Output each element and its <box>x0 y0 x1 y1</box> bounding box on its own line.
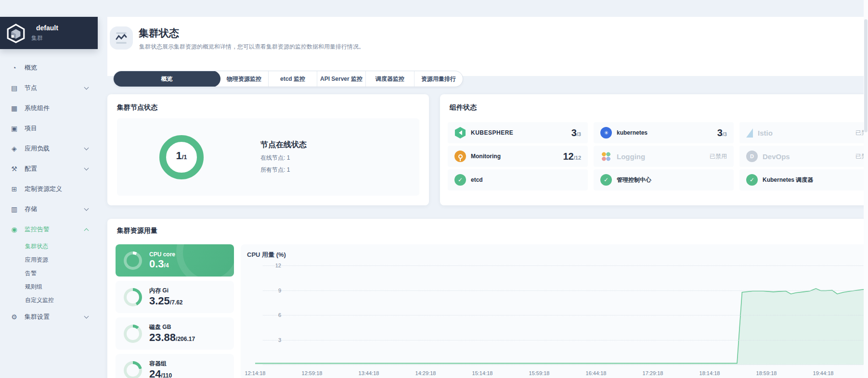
component-etcd[interactable]: ✓ etcd <box>448 169 588 190</box>
component-istio[interactable]: Istio 已禁用 <box>739 122 868 143</box>
scrollbar-thumb[interactable] <box>864 19 868 132</box>
sidebar-item-workloads[interactable]: ◈应用负载 <box>0 139 98 159</box>
monitoring-tabbar: 概览 物理资源监控 etcd 监控 API Server 监控 调度器监控 资源… <box>113 71 463 87</box>
y-axis-tick: 12 <box>263 263 281 268</box>
x-axis-tick: 18:14:18 <box>689 370 730 376</box>
component-logging[interactable]: Logging 已禁用 <box>594 146 734 167</box>
logging-flower-icon <box>600 151 612 162</box>
monitoring-icon: ◉ <box>10 226 18 233</box>
x-axis-tick: 14:29:18 <box>405 370 446 376</box>
gear-icon: ⚙ <box>10 313 18 321</box>
check-circle-icon: ✓ <box>600 174 612 186</box>
page-description: 集群状态展示集群资源的概览和详情，您可以查看集群资源的监控数据和用量排行情况。 <box>139 43 364 51</box>
sidebar-subitem-alerts[interactable]: 告警 <box>0 266 98 280</box>
x-axis-tick: 16:44:18 <box>576 370 616 376</box>
sidebar-item-storage[interactable]: ▥存储 <box>0 199 98 219</box>
component-devops[interactable]: D DevOps 已禁用 <box>739 146 868 167</box>
chevron-down-icon <box>84 314 89 319</box>
monitoring-service-icon <box>454 151 466 162</box>
page-title: 集群状态 <box>139 26 179 40</box>
istio-sail-icon <box>746 128 753 138</box>
gridline: 3 <box>263 340 863 340</box>
chevron-up-icon <box>84 228 89 233</box>
project-icon: ▣ <box>10 125 18 132</box>
node-donut-chart: 1/1 <box>159 135 204 179</box>
scrollbar-track[interactable] <box>864 0 868 378</box>
x-axis-tick: 19:44:18 <box>803 370 843 376</box>
cpu-chart-panel: CPU 用量 (%) 1296312:14:1812:59:1813:44:18… <box>241 244 868 378</box>
x-axis-tick: 15:59:18 <box>519 370 559 376</box>
component-monitoring[interactable]: Monitoring 12/12 <box>448 146 588 167</box>
cluster-selector[interactable]: default 集群 <box>0 17 98 49</box>
sidebar-item-configuration[interactable]: ⚒配置 <box>0 159 98 179</box>
metric-tile-memory[interactable]: 内存 Gi 3.25/7.62 <box>116 281 234 313</box>
y-axis-tick: 3 <box>263 337 281 343</box>
sidebar-item-cluster-settings[interactable]: ⚙集群设置 <box>0 307 98 327</box>
sidebar-item-system-components[interactable]: ▦系统组件 <box>0 98 98 118</box>
component-kube-scheduler[interactable]: ✓ Kubernetes 调度器 <box>739 169 868 190</box>
sidebar-subitem-application-resources[interactable]: 应用资源 <box>0 253 98 266</box>
sidebar-item-crd[interactable]: ⊞定制资源定义 <box>0 179 98 199</box>
node-online-status-title: 节点在线状态 <box>260 140 307 150</box>
gridline: 9 <box>263 290 863 291</box>
resource-metric-tiles: CPU core 0.3/4 内存 Gi 3.25/7.62 磁盘 GB 23.… <box>116 244 234 378</box>
node-online-panel: 1/1 节点在线状态 在线节点: 1 所有节点: 1 <box>117 118 419 196</box>
cluster-hexagon-logo-icon <box>6 23 26 43</box>
sidebar-subitem-custom-monitoring[interactable]: 自定义监控 <box>0 293 98 307</box>
component-kubesphere[interactable]: KUBESPHERE 3/3 <box>448 122 588 143</box>
chevron-down-icon <box>84 166 89 171</box>
pods-usage-ring <box>124 361 142 378</box>
tab-overview[interactable]: 概览 <box>113 71 220 87</box>
workload-icon: ◈ <box>10 145 18 152</box>
node-card-title: 集群节点状态 <box>107 94 429 112</box>
all-nodes-label: 所有节点: 1 <box>260 166 307 174</box>
tab-etcd[interactable]: etcd 监控 <box>268 71 317 87</box>
sidebar-item-projects[interactable]: ▣项目 <box>0 118 98 139</box>
hammer-icon: ⚒ <box>10 165 18 173</box>
gauge-icon: ◔ <box>10 64 18 72</box>
gridline: 12 <box>263 265 863 266</box>
component-control-center[interactable]: ✓ 管理控制中心 <box>594 169 734 190</box>
chevron-down-icon <box>84 206 89 211</box>
metric-tile-disk[interactable]: 磁盘 GB 23.88/206.17 <box>116 317 234 350</box>
cpu-usage-area-chart <box>255 244 868 369</box>
components-status-card: 组件状态 KUBESPHERE 3/3 ✳ kubernetes 3/3 Ist… <box>440 94 868 205</box>
disk-usage-ring <box>124 325 142 343</box>
sidebar-item-overview[interactable]: ◔概览 <box>0 58 98 78</box>
sidebar-item-monitoring-alerting[interactable]: ◉监控告警 <box>0 219 98 239</box>
components-icon: ▦ <box>10 104 18 112</box>
devops-jenkins-icon: D <box>746 151 758 162</box>
pulse-chart-icon <box>115 31 128 45</box>
memory-usage-ring <box>124 288 142 306</box>
y-axis-tick: 6 <box>263 312 281 318</box>
cluster-resource-usage-card: 集群资源用量 CPU core 0.3/4 内存 Gi 3.25/7.62 磁盘… <box>107 219 868 378</box>
x-axis-tick: 15:14:18 <box>462 370 503 376</box>
chevron-down-icon <box>84 146 89 151</box>
resource-section-title: 集群资源用量 <box>107 219 868 235</box>
tab-physical-resources[interactable]: 物理资源监控 <box>220 71 268 87</box>
tab-resource-ranking[interactable]: 资源用量排行 <box>414 71 463 87</box>
chevron-down-icon <box>84 85 89 90</box>
cpu-usage-ring <box>124 252 142 270</box>
online-nodes-label: 在线节点: 1 <box>260 154 307 162</box>
gridline <box>263 365 863 365</box>
metric-tile-cpu[interactable]: CPU core 0.3/4 <box>116 244 234 277</box>
component-kubernetes[interactable]: ✳ kubernetes 3/3 <box>594 122 734 143</box>
cluster-type-label: 集群 <box>31 34 58 42</box>
sidebar-menu: ◔概览 ▤节点 ▦系统组件 ▣项目 ◈应用负载 ⚒配置 ⊞定制资源定义 ▥存储 … <box>0 58 98 327</box>
sidebar-subitem-cluster-status[interactable]: 集群状态 <box>0 239 98 253</box>
tab-scheduler[interactable]: 调度器监控 <box>365 71 414 87</box>
metric-tile-pods[interactable]: 容器组 24/110 <box>116 354 234 378</box>
gridline: 6 <box>263 315 863 315</box>
sidebar-subitem-rule-groups[interactable]: 规则组 <box>0 280 98 293</box>
tab-api-server[interactable]: API Server 监控 <box>317 71 365 87</box>
x-axis-tick: 12:14:18 <box>235 370 275 376</box>
sidebar-item-nodes[interactable]: ▤节点 <box>0 78 98 98</box>
kubesphere-logo-icon <box>454 127 466 139</box>
disabled-badge: 已禁用 <box>710 152 727 161</box>
kubernetes-wheel-icon: ✳ <box>600 127 612 139</box>
nodes-icon: ▤ <box>10 84 18 92</box>
x-axis-tick: 18:59:18 <box>746 370 787 376</box>
y-axis-tick: 9 <box>263 288 281 293</box>
crd-icon: ⊞ <box>10 185 18 193</box>
